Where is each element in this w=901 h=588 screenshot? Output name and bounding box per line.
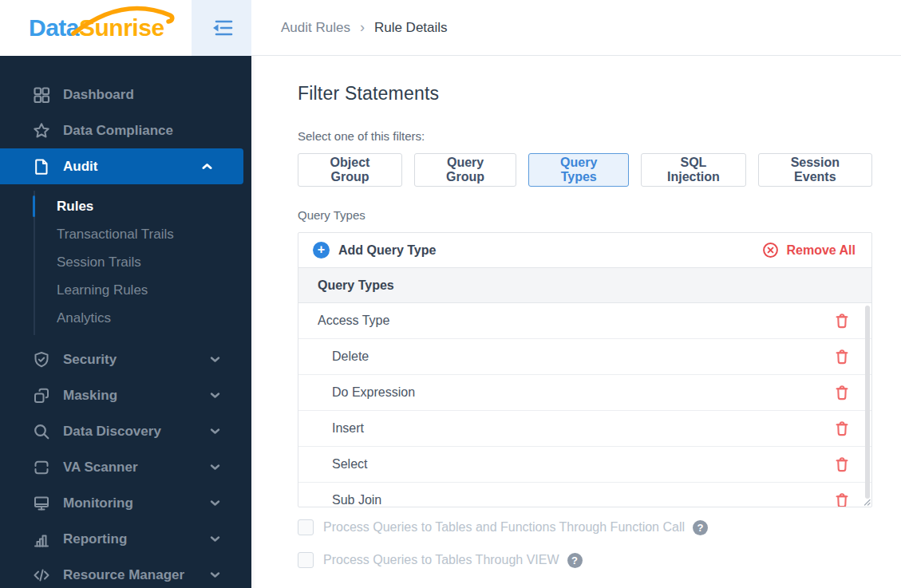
- filter-select-label: Select one of this filters:: [298, 129, 872, 143]
- option-row-function-call: Process Queries to Tables and Functions …: [298, 519, 872, 535]
- table-column-header: Query Types: [298, 268, 871, 303]
- delete-row-button[interactable]: [833, 312, 851, 330]
- submenu-label: Learning Rules: [57, 282, 148, 298]
- breadcrumb: Audit Rules › Rule Details: [251, 0, 901, 56]
- table-scrollbar-thumb[interactable]: [865, 306, 870, 499]
- remove-all-label: Remove All: [786, 243, 856, 258]
- sidebar-nav: Dashboard Data Compliance Audit Rules Tr…: [0, 56, 251, 588]
- sidebar-item-label: Audit: [63, 159, 97, 175]
- sidebar-item-analytics[interactable]: Analytics: [0, 304, 251, 332]
- search-icon: [32, 422, 51, 441]
- sidebar-item-label: Security: [63, 352, 117, 368]
- row-label: Delete: [332, 349, 369, 364]
- chevron-down-icon: [210, 392, 220, 399]
- sidebar-item-data-discovery[interactable]: Data Discovery: [0, 413, 251, 449]
- scanner-icon: [32, 458, 51, 477]
- delete-row-button[interactable]: [833, 456, 851, 474]
- function-call-checkbox-label: Process Queries to Tables and Functions …: [323, 520, 685, 535]
- collapse-sidebar-button[interactable]: [192, 0, 251, 56]
- table-row: Sub Join: [298, 483, 871, 507]
- sidebar-item-label: Data Compliance: [63, 123, 173, 139]
- sidebar-item-label: VA Scanner: [63, 460, 138, 476]
- table-row: Insert: [298, 411, 871, 447]
- remove-all-button[interactable]: Remove All: [762, 242, 856, 258]
- trash-icon: [833, 312, 851, 330]
- delete-row-button[interactable]: [833, 420, 851, 438]
- filter-tab-session-events[interactable]: Session Events: [758, 153, 872, 187]
- submenu-label: Rules: [57, 199, 93, 215]
- row-label: Insert: [332, 421, 364, 436]
- chevron-down-icon: [210, 428, 220, 435]
- app-logo[interactable]: DataSunrise: [0, 0, 192, 56]
- document-icon: [32, 157, 51, 176]
- x-circle-icon: [762, 242, 779, 258]
- trash-icon: [833, 456, 851, 474]
- audit-submenu: Rules Transactional Trails Session Trail…: [0, 184, 251, 341]
- table-row: Do Expression: [298, 375, 871, 411]
- sidebar-item-label: Masking: [63, 388, 117, 404]
- delete-row-button[interactable]: [833, 348, 851, 366]
- chevron-down-icon: [210, 571, 220, 578]
- sidebar-item-data-compliance[interactable]: Data Compliance: [0, 112, 251, 148]
- page-title: Filter Statements: [298, 83, 872, 105]
- sidebar-item-label: Resource Manager: [63, 567, 184, 583]
- sidebar-item-security[interactable]: Security: [0, 341, 251, 377]
- trash-icon: [833, 348, 851, 366]
- sidebar-item-masking[interactable]: Masking: [0, 377, 251, 413]
- function-call-checkbox[interactable]: [298, 519, 314, 535]
- sidebar-item-session-trails[interactable]: Session Trails: [0, 248, 251, 276]
- row-label: Select: [332, 457, 367, 472]
- sidebar-item-label: Monitoring: [63, 495, 133, 511]
- question-icon[interactable]: ?: [693, 520, 708, 535]
- delete-row-button[interactable]: [833, 384, 851, 402]
- logo-part-sunrise: Sunrise: [79, 14, 164, 41]
- chevron-down-icon: [210, 499, 220, 507]
- dashboard-grid-icon: [32, 85, 51, 105]
- code-icon: [32, 566, 51, 585]
- trash-icon: [833, 420, 851, 438]
- overlap-squares-icon: [32, 386, 51, 405]
- collapse-sidebar-icon: [210, 18, 234, 37]
- bar-chart-icon: [32, 530, 51, 549]
- table-row: Access Type: [298, 303, 871, 339]
- trash-icon: [833, 384, 851, 402]
- query-types-table: + Add Query Type Remove All Query Types …: [298, 232, 872, 507]
- filter-tab-object-group[interactable]: Object Group: [298, 153, 402, 187]
- sidebar-item-va-scanner[interactable]: VA Scanner: [0, 449, 251, 485]
- filter-tab-query-group[interactable]: Query Group: [414, 153, 516, 187]
- sidebar-item-label: Data Discovery: [63, 424, 161, 440]
- main-content: Filter Statements Select one of this fil…: [251, 56, 901, 588]
- submenu-label: Analytics: [57, 310, 111, 326]
- option-row-view: Process Queries to Tables Through VIEW ?: [298, 552, 872, 568]
- sidebar-item-rules[interactable]: Rules: [0, 192, 251, 220]
- sidebar-item-resource-manager[interactable]: Resource Manager: [0, 557, 251, 588]
- question-icon[interactable]: ?: [567, 553, 583, 568]
- top-bar: DataSunrise Audit Rules › Rule Details: [0, 0, 901, 56]
- row-label: Do Expression: [332, 385, 415, 400]
- sidebar-item-learning-rules[interactable]: Learning Rules: [0, 276, 251, 304]
- delete-row-button[interactable]: [833, 491, 851, 508]
- trash-icon: [833, 491, 851, 508]
- sidebar-item-transactional-trails[interactable]: Transactional Trails: [0, 220, 251, 248]
- add-query-type-button[interactable]: + Add Query Type: [313, 242, 436, 258]
- submenu-label: Transactional Trails: [57, 227, 174, 243]
- submenu-label: Session Trails: [57, 255, 141, 270]
- filter-tabs: Object Group Query Group Query Types SQL…: [298, 153, 872, 187]
- chevron-up-icon: [202, 163, 212, 170]
- sidebar-item-audit[interactable]: Audit: [0, 148, 243, 184]
- view-checkbox[interactable]: [298, 552, 314, 568]
- chevron-down-icon: [210, 464, 220, 471]
- filter-tab-sql-injection[interactable]: SQL Injection: [641, 153, 745, 187]
- filter-tab-query-types[interactable]: Query Types: [528, 153, 629, 187]
- logo-part-data: Data: [29, 14, 79, 41]
- table-resize-handle[interactable]: [862, 497, 871, 506]
- table-row: Select: [298, 447, 871, 483]
- sidebar-item-monitoring[interactable]: Monitoring: [0, 485, 251, 521]
- row-label: Sub Join: [332, 493, 381, 507]
- view-checkbox-label: Process Queries to Tables Through VIEW: [323, 553, 559, 567]
- add-query-type-label: Add Query Type: [338, 243, 436, 258]
- sidebar-item-reporting[interactable]: Reporting: [0, 521, 251, 557]
- breadcrumb-parent-link[interactable]: Audit Rules: [281, 20, 350, 36]
- sidebar-item-dashboard[interactable]: Dashboard: [0, 77, 251, 112]
- chevron-down-icon: [210, 356, 220, 363]
